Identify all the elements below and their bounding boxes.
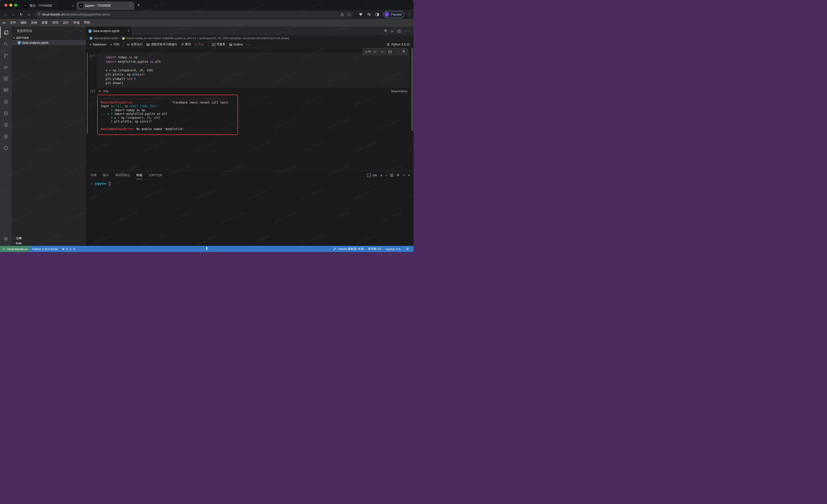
search-icon[interactable]: [0, 38, 12, 50]
home-icon[interactable]: ⌂: [26, 11, 33, 18]
run-editor-icon[interactable]: ▷: [391, 29, 394, 33]
problems-status[interactable]: ⊗0 ⚠0: [60, 247, 77, 251]
settings-gear-icon[interactable]: [0, 233, 12, 244]
browser-tab-project[interactable]: ‹t› 项目 - TITANIDE ×: [21, 1, 76, 10]
split-cell-icon[interactable]: [388, 50, 392, 53]
thunder-client-icon[interactable]: [0, 130, 12, 142]
extensions-puzzle-icon[interactable]: [358, 12, 362, 16]
breadcrumb[interactable]: data-analysis.ipynb › import numpy as np…: [86, 36, 414, 41]
delete-cell-icon[interactable]: [402, 50, 405, 54]
sidebar-more-icon[interactable]: ···: [80, 29, 83, 33]
menu-run[interactable]: 运行: [60, 21, 71, 25]
notebook-settings-gear-icon[interactable]: [384, 29, 387, 34]
run-cell-icon[interactable]: ▷: [91, 54, 93, 57]
run-all-button[interactable]: ▷▷全部运行: [127, 42, 143, 47]
terminal-content[interactable]: → jupyter: [86, 179, 414, 188]
split-terminal-icon[interactable]: [390, 174, 393, 176]
lock-icon: [38, 13, 40, 15]
editor-tab-notebook[interactable]: data-analysis.ipynb ×: [86, 26, 132, 36]
terminal-dropdown-icon[interactable]: ∨: [385, 174, 387, 176]
side-panel-icon[interactable]: [375, 13, 379, 16]
shell-selector[interactable]: › zsh: [367, 174, 377, 177]
share-icon[interactable]: [340, 13, 344, 16]
interrupt-button[interactable]: 中止: [195, 42, 204, 47]
window-zoom-button[interactable]: [14, 4, 17, 7]
menu-help[interactable]: 帮助: [82, 21, 92, 25]
menu-goto[interactable]: 转到: [50, 21, 60, 25]
tab-close-icon[interactable]: ×: [130, 4, 132, 8]
add-code-button[interactable]: +代码: [110, 42, 119, 47]
run-debug-icon[interactable]: [0, 61, 12, 73]
bookmark-star-icon[interactable]: ☆: [347, 12, 350, 17]
execute-cells-icon[interactable]: ▷: [366, 50, 371, 53]
new-terminal-icon[interactable]: +: [380, 173, 382, 177]
menu-file[interactable]: 文件: [8, 21, 18, 25]
warning-count-icon: ⚠: [69, 247, 72, 251]
outline-button[interactable]: Outline: [229, 43, 243, 46]
back-icon[interactable]: ←: [2, 11, 9, 18]
tab-debug-console[interactable]: 调试控制台: [115, 171, 130, 179]
python-interpreter[interactable]: Python 3.10.4 64-bit: [30, 247, 60, 250]
terminal-icon: ›: [367, 174, 371, 177]
clear-outputs-button[interactable]: 清除所有单元格输出: [146, 42, 178, 47]
window-close-button[interactable]: [4, 4, 7, 7]
output-more-icon[interactable]: ···: [88, 95, 97, 135]
file-item-notebook[interactable]: data-analysis.ipynb: [12, 40, 86, 45]
browser-menu-icon[interactable]: ···: [408, 13, 411, 16]
tour-icon[interactable]: [0, 96, 12, 107]
editor-tab-close-icon[interactable]: ×: [128, 29, 130, 33]
outline-section[interactable]: › 大纲: [12, 235, 86, 241]
chevron-down-icon: ∨: [13, 37, 15, 39]
svn-section[interactable]: › SVN: [12, 241, 86, 246]
kernel-picker[interactable]: Python 3.8.12: [387, 43, 409, 46]
restart-button[interactable]: ↺重启: [181, 42, 191, 47]
reload-icon[interactable]: ↻: [18, 11, 25, 18]
jupyter-server-status[interactable]: Jupyter 服务器: 本地: [331, 247, 366, 251]
menu-edit[interactable]: 编辑: [18, 21, 29, 25]
tab-output[interactable]: 输出: [103, 171, 109, 179]
menu-view[interactable]: 查看: [39, 21, 50, 25]
keyboard-layout[interactable]: Layout: U.S.: [384, 247, 403, 250]
variables-button[interactable]: (x)变量表: [212, 42, 226, 47]
split-editor-icon[interactable]: [398, 30, 401, 33]
close-panel-icon[interactable]: ×: [408, 173, 410, 177]
layers-icon[interactable]: [0, 119, 12, 130]
window-minimize-button[interactable]: [9, 4, 12, 7]
toolbar-more-icon[interactable]: ···: [247, 43, 250, 46]
remote-explorer-icon[interactable]: [0, 142, 12, 154]
workspace-section[interactable]: ∨ JUPYTER: [12, 36, 86, 40]
address-bar[interactable]: cloud.titanide.cn/ide/web/coding/jupyter…: [35, 11, 353, 18]
tab-close-icon[interactable]: ×: [72, 4, 74, 8]
run-options-chevron-icon[interactable]: ∨: [94, 54, 95, 56]
live-preview-icon[interactable]: [0, 84, 12, 96]
tab-jupyter[interactable]: JUPYTER: [149, 171, 162, 179]
extensions-icon[interactable]: [0, 73, 12, 84]
editor-scrollbar[interactable]: [411, 48, 413, 131]
new-tab-button[interactable]: +: [134, 2, 140, 10]
execute-above-icon[interactable]: ▷↑: [374, 50, 378, 53]
profile-button[interactable]: J Paused: [383, 11, 404, 18]
kill-terminal-icon[interactable]: [396, 173, 400, 177]
expand-panel-chevrons-icon[interactable]: ∧∧: [206, 246, 208, 249]
cell-language-mode[interactable]: MagicPython: [391, 90, 407, 93]
cell-counter[interactable]: 单元格 1/1: [366, 247, 384, 251]
explorer-icon[interactable]: [0, 26, 12, 38]
execute-below-icon[interactable]: ▷↓: [381, 50, 385, 53]
add-markdown-button[interactable]: +Markdown: [90, 43, 107, 47]
cell-more-icon[interactable]: ···: [395, 50, 399, 53]
menu-terminal[interactable]: 终端: [71, 21, 82, 25]
database-icon[interactable]: [0, 107, 12, 119]
source-control-icon[interactable]: [0, 50, 12, 61]
browser-tab-jupyter[interactable]: ‹t› jupyter - TITANIDE ×: [76, 1, 134, 10]
remote-indicator[interactable]: cloud.titanide.cn: [0, 246, 30, 252]
reading-list-icon[interactable]: [367, 12, 371, 16]
window-controls[interactable]: [0, 4, 21, 10]
editor-more-icon[interactable]: ···: [405, 29, 409, 33]
menu-selection[interactable]: 选择: [29, 21, 39, 25]
notifications-bell-icon[interactable]: [403, 247, 411, 250]
forward-icon[interactable]: →: [10, 11, 17, 18]
maximize-panel-icon[interactable]: ∧: [403, 174, 405, 176]
cell-code[interactable]: import numpy as npimport matplotlib.pypl…: [97, 53, 409, 88]
tab-problems[interactable]: 问题: [91, 171, 96, 179]
tab-terminal[interactable]: 终端: [136, 171, 142, 179]
